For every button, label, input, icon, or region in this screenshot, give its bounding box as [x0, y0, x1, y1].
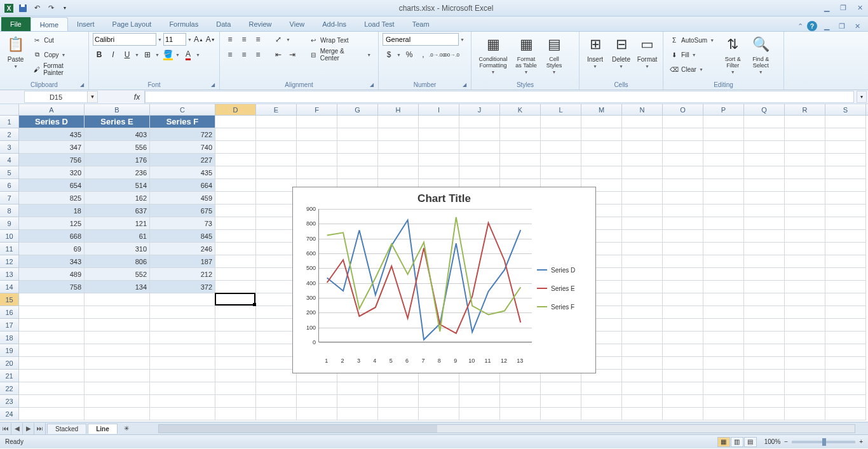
cell-S19[interactable]: [825, 344, 866, 357]
row-header-23[interactable]: 23: [0, 395, 19, 408]
cell-F4[interactable]: [297, 154, 337, 166]
cell-P10[interactable]: [703, 230, 744, 243]
row-header-12[interactable]: 12: [0, 255, 19, 268]
cell-F24[interactable]: [297, 408, 337, 420]
cell-D5[interactable]: [215, 166, 256, 179]
cell-H5[interactable]: [378, 166, 419, 179]
row-header-18[interactable]: 18: [0, 332, 19, 344]
cell-S4[interactable]: [825, 154, 866, 166]
cell-C14[interactable]: 372: [150, 281, 215, 293]
cell-O17[interactable]: [663, 319, 703, 332]
cell-N14[interactable]: [622, 281, 663, 293]
delete-cells-button[interactable]: ⊟Delete▼: [609, 33, 633, 76]
cell-B13[interactable]: 552: [85, 268, 150, 281]
workbook-close-button[interactable]: ✕: [851, 22, 863, 30]
cell-K1[interactable]: [500, 116, 541, 128]
bold-button[interactable]: B: [93, 48, 105, 61]
cell-Q13[interactable]: [744, 268, 785, 281]
cell-C21[interactable]: [150, 370, 215, 382]
qat-dropdown-icon[interactable]: ▼: [58, 2, 71, 15]
cell-E17[interactable]: [256, 319, 297, 332]
cell-A21[interactable]: [19, 370, 85, 382]
comma-button[interactable]: ,: [417, 48, 430, 61]
cell-R17[interactable]: [785, 319, 825, 332]
cell-R10[interactable]: [785, 230, 825, 243]
sheet-nav-last-button[interactable]: ⏭: [34, 423, 46, 434]
cell-C12[interactable]: 187: [150, 255, 215, 268]
zoom-in-button[interactable]: +: [859, 438, 863, 445]
zoom-out-button[interactable]: −: [784, 438, 788, 445]
clear-button[interactable]: ⌫Clear▼: [667, 62, 717, 76]
column-header-J[interactable]: J: [459, 104, 500, 115]
cell-S22[interactable]: [825, 382, 866, 395]
cell-J3[interactable]: [459, 141, 500, 154]
cell-S6[interactable]: [825, 179, 866, 192]
cell-E18[interactable]: [256, 332, 297, 344]
cell-J23[interactable]: [459, 395, 500, 408]
row-header-1[interactable]: 1: [0, 116, 19, 128]
cell-A9[interactable]: 125: [19, 217, 85, 230]
font-name-dropdown-icon[interactable]: ▼: [158, 37, 162, 42]
cell-S21[interactable]: [825, 370, 866, 382]
cell-C11[interactable]: 246: [150, 243, 215, 255]
cell-M4[interactable]: [581, 154, 622, 166]
cell-styles-button[interactable]: ▤Cell Styles▼: [541, 33, 567, 76]
cell-E2[interactable]: [256, 128, 297, 141]
cell-N9[interactable]: [622, 217, 663, 230]
cell-J24[interactable]: [459, 408, 500, 420]
cell-R2[interactable]: [785, 128, 825, 141]
font-size-select[interactable]: [163, 33, 186, 46]
cell-I4[interactable]: [419, 154, 459, 166]
cell-Q8[interactable]: [744, 204, 785, 217]
cell-C20[interactable]: [150, 357, 215, 370]
legend-item-series-f[interactable]: Series F: [537, 304, 589, 311]
excel-icon[interactable]: X: [3, 2, 15, 15]
align-top-button[interactable]: ≡: [224, 33, 236, 46]
conditional-formatting-button[interactable]: ▦Conditional Formatting▼: [475, 33, 511, 76]
formula-input[interactable]: [145, 91, 854, 103]
cell-R13[interactable]: [785, 268, 825, 281]
cell-C13[interactable]: 212: [150, 268, 215, 281]
cell-A8[interactable]: 18: [19, 204, 85, 217]
cell-H1[interactable]: [378, 116, 419, 128]
cell-M2[interactable]: [581, 128, 622, 141]
cell-B12[interactable]: 806: [85, 255, 150, 268]
cell-O4[interactable]: [663, 154, 703, 166]
cell-O23[interactable]: [663, 395, 703, 408]
legend-item-series-d[interactable]: Series D: [537, 267, 589, 274]
cell-A4[interactable]: 756: [19, 154, 85, 166]
cell-H22[interactable]: [378, 382, 419, 395]
tab-data[interactable]: Data: [207, 17, 240, 31]
cell-Q9[interactable]: [744, 217, 785, 230]
row-header-3[interactable]: 3: [0, 141, 19, 154]
cell-R20[interactable]: [785, 357, 825, 370]
cell-D24[interactable]: [215, 408, 256, 420]
fill-color-button[interactable]: 🪣: [161, 48, 174, 61]
cell-Q17[interactable]: [744, 319, 785, 332]
cell-A1[interactable]: Series D: [19, 116, 85, 128]
cell-N24[interactable]: [622, 408, 663, 420]
cell-Q11[interactable]: [744, 243, 785, 255]
row-header-22[interactable]: 22: [0, 382, 19, 395]
cell-Q24[interactable]: [744, 408, 785, 420]
cell-O9[interactable]: [663, 217, 703, 230]
align-left-button[interactable]: ≡: [224, 48, 236, 61]
cell-Q22[interactable]: [744, 382, 785, 395]
cell-N11[interactable]: [622, 243, 663, 255]
cell-Q19[interactable]: [744, 344, 785, 357]
cell-S3[interactable]: [825, 141, 866, 154]
cell-S7[interactable]: [825, 192, 866, 204]
cell-O15[interactable]: [663, 293, 703, 306]
tab-view[interactable]: View: [281, 17, 314, 31]
cell-B9[interactable]: 121: [85, 217, 150, 230]
cell-N2[interactable]: [622, 128, 663, 141]
spreadsheet-grid[interactable]: ABCDEFGHIJKLMNOPQRS 1Series DSeries ESer…: [0, 104, 868, 422]
paste-button[interactable]: 📋 Paste ▼: [4, 33, 27, 76]
cell-C5[interactable]: 435: [150, 166, 215, 179]
cell-N10[interactable]: [622, 230, 663, 243]
cell-F1[interactable]: [297, 116, 337, 128]
cell-I1[interactable]: [419, 116, 459, 128]
cell-D17[interactable]: [215, 319, 256, 332]
cell-D2[interactable]: [215, 128, 256, 141]
cell-N17[interactable]: [622, 319, 663, 332]
